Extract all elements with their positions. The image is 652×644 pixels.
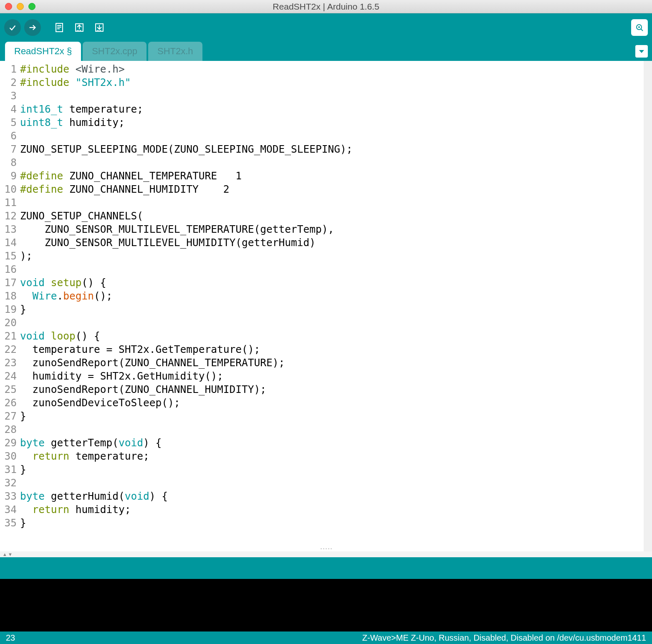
svg-line-12 <box>641 29 643 31</box>
serial-monitor-button[interactable] <box>631 19 648 36</box>
open-button[interactable] <box>71 19 88 36</box>
console <box>0 579 652 631</box>
line-gutter: 1234567891011121314151617181920212223242… <box>0 63 20 551</box>
fold-arrows: ▲▼ <box>0 551 652 557</box>
svg-point-13 <box>638 26 640 28</box>
verify-button[interactable] <box>4 19 21 36</box>
window-title: ReadSHT2x | Arduino 1.6.5 <box>0 2 652 12</box>
tab-menu-button[interactable] <box>635 45 648 58</box>
resize-handle[interactable] <box>318 548 334 551</box>
message-bar <box>0 557 652 579</box>
toolbar <box>0 13 652 42</box>
svg-marker-14 <box>639 50 644 53</box>
tab-2[interactable]: SHT2x.h <box>148 42 202 61</box>
save-button[interactable] <box>91 19 108 36</box>
code-area[interactable]: #include <Wire.h>#include "SHT2x.h"int16… <box>20 63 644 551</box>
scrollbar[interactable] <box>644 61 652 551</box>
new-button[interactable] <box>51 19 68 36</box>
tab-0[interactable]: ReadSHT2x § <box>5 42 81 61</box>
upload-button[interactable] <box>24 19 41 36</box>
tab-bar: ReadSHT2x §SHT2x.cppSHT2x.h <box>0 42 652 61</box>
code-editor[interactable]: 1234567891011121314151617181920212223242… <box>0 61 644 551</box>
titlebar: ReadSHT2x | Arduino 1.6.5 <box>0 0 652 13</box>
status-bar: 23 Z-Wave>ME Z-Uno, Russian, Disabled, D… <box>0 631 652 644</box>
cursor-line: 23 <box>6 633 15 643</box>
editor: 1234567891011121314151617181920212223242… <box>0 61 652 551</box>
board-port-info: Z-Wave>ME Z-Uno, Russian, Disabled, Disa… <box>362 633 646 643</box>
tab-1[interactable]: SHT2x.cpp <box>83 42 147 61</box>
